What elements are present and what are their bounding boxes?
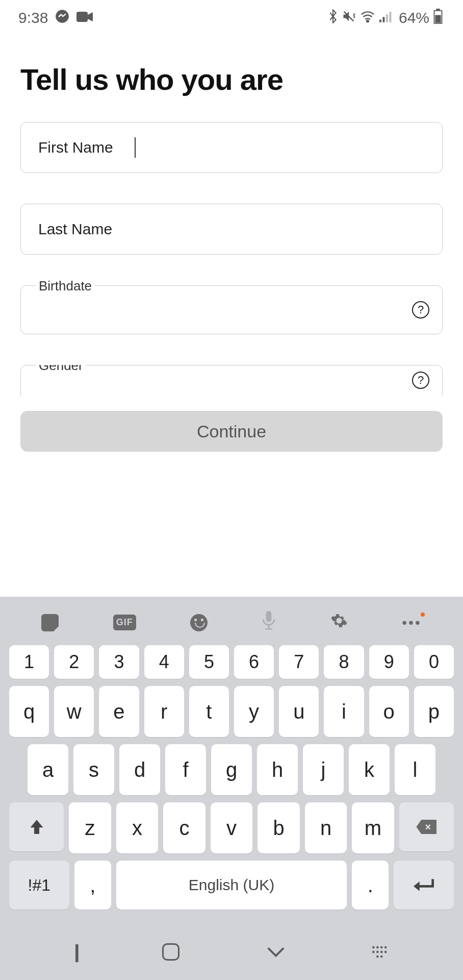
- key-r[interactable]: r: [144, 686, 184, 737]
- mute-vibrate-icon: [342, 9, 356, 27]
- more-icon[interactable]: •••: [402, 615, 421, 631]
- kb-row-numbers: 1234567890: [9, 645, 454, 679]
- svg-point-16: [380, 946, 383, 949]
- key-v[interactable]: v: [211, 802, 253, 853]
- video-icon: [76, 9, 93, 27]
- keyboard-rows: 1234567890 qwertyuiop asdfghjkl zxcvbnm …: [0, 645, 463, 929]
- key-9[interactable]: 9: [369, 645, 409, 679]
- keyboard: GIF ••• 1234567890 qwertyuiop asdfghjkl …: [0, 597, 463, 980]
- svg-rect-1: [76, 12, 88, 22]
- key-f[interactable]: f: [165, 744, 206, 795]
- page-title: Tell us who you are: [0, 36, 463, 122]
- svg-point-22: [376, 955, 379, 958]
- key-j[interactable]: j: [303, 744, 344, 795]
- key-h[interactable]: h: [257, 744, 298, 795]
- key-i[interactable]: i: [324, 686, 364, 737]
- gender-help-icon[interactable]: ?: [412, 372, 429, 389]
- key-1[interactable]: 1: [9, 645, 49, 679]
- key-6[interactable]: 6: [234, 645, 274, 679]
- svg-point-21: [384, 951, 387, 953]
- comma-key[interactable]: ,: [74, 861, 111, 910]
- backspace-key[interactable]: [399, 802, 454, 851]
- key-s[interactable]: s: [73, 744, 114, 795]
- kb-row-bottom: !#1 , English (UK) .: [9, 861, 454, 910]
- nav-back[interactable]: [266, 941, 286, 963]
- bluetooth-icon: [328, 9, 338, 27]
- shift-key[interactable]: [9, 802, 64, 851]
- key-c[interactable]: c: [163, 802, 205, 853]
- emoji-icon[interactable]: [190, 614, 208, 631]
- first-name-input[interactable]: [20, 122, 443, 173]
- key-d[interactable]: d: [119, 744, 160, 795]
- key-4[interactable]: 4: [144, 645, 184, 679]
- kb-row-2: asdfghjkl: [9, 744, 454, 795]
- key-8[interactable]: 8: [324, 645, 364, 679]
- space-key[interactable]: English (UK): [116, 861, 347, 910]
- svg-rect-4: [379, 20, 381, 22]
- svg-rect-7: [389, 12, 391, 22]
- svg-point-20: [380, 951, 383, 953]
- period-key[interactable]: .: [352, 861, 389, 910]
- symbols-key[interactable]: !#1: [9, 861, 69, 910]
- backspace-icon: [416, 820, 436, 834]
- settings-icon[interactable]: [330, 612, 348, 633]
- key-a[interactable]: a: [28, 744, 68, 795]
- key-y[interactable]: y: [234, 686, 274, 737]
- battery-icon: [433, 9, 443, 28]
- key-n[interactable]: n: [305, 802, 347, 853]
- key-0[interactable]: 0: [414, 645, 454, 679]
- svg-point-18: [372, 951, 375, 953]
- svg-rect-10: [435, 15, 441, 22]
- key-3[interactable]: 3: [99, 645, 139, 679]
- birthdate-label: Birthdate: [36, 278, 95, 294]
- svg-point-3: [367, 20, 369, 22]
- key-p[interactable]: p: [414, 686, 454, 737]
- key-l[interactable]: l: [395, 744, 435, 795]
- signal-icon: [379, 10, 393, 26]
- text-cursor: [135, 137, 136, 158]
- key-w[interactable]: w: [54, 686, 94, 737]
- key-e[interactable]: e: [99, 686, 139, 737]
- birthdate-help-icon[interactable]: ?: [412, 301, 429, 318]
- key-5[interactable]: 5: [189, 645, 229, 679]
- continue-wrap: Continue: [0, 396, 463, 452]
- key-o[interactable]: o: [369, 686, 409, 737]
- form: Birthdate ? Gender ?: [0, 122, 463, 396]
- key-z[interactable]: z: [69, 802, 111, 853]
- key-t[interactable]: t: [189, 686, 229, 737]
- key-k[interactable]: k: [349, 744, 390, 795]
- key-2[interactable]: 2: [54, 645, 94, 679]
- key-7[interactable]: 7: [279, 645, 319, 679]
- svg-point-17: [384, 946, 387, 949]
- gender-wrap: Gender ?: [20, 365, 443, 396]
- status-bar: 9:38 64%: [0, 0, 463, 36]
- nav-keyboard-switch[interactable]: [372, 945, 389, 959]
- key-q[interactable]: q: [9, 686, 49, 737]
- nav-home[interactable]: [162, 943, 179, 961]
- status-left: 9:38: [18, 9, 93, 27]
- mic-icon[interactable]: [262, 611, 276, 634]
- key-g[interactable]: g: [211, 744, 252, 795]
- kb-row-3: zxcvbnm: [9, 802, 454, 853]
- key-u[interactable]: u: [279, 686, 319, 737]
- status-right: 64%: [328, 9, 443, 28]
- last-name-wrap: [20, 204, 443, 255]
- gif-icon[interactable]: GIF: [113, 615, 136, 630]
- key-m[interactable]: m: [352, 802, 394, 853]
- birthdate-wrap: Birthdate ?: [20, 285, 443, 334]
- enter-key[interactable]: [394, 861, 454, 910]
- last-name-input[interactable]: [20, 204, 443, 255]
- svg-point-15: [376, 946, 379, 949]
- key-b[interactable]: b: [258, 802, 300, 853]
- messenger-icon: [55, 9, 69, 27]
- svg-rect-6: [386, 14, 388, 22]
- key-x[interactable]: x: [116, 802, 159, 853]
- keyboard-toolbar: GIF •••: [0, 606, 463, 645]
- svg-point-19: [376, 951, 379, 953]
- sticker-icon[interactable]: [41, 614, 59, 631]
- status-time: 9:38: [18, 9, 48, 27]
- continue-button[interactable]: Continue: [20, 411, 443, 452]
- svg-rect-11: [266, 611, 272, 622]
- svg-rect-5: [382, 17, 384, 22]
- nav-recent[interactable]: |||: [74, 941, 76, 963]
